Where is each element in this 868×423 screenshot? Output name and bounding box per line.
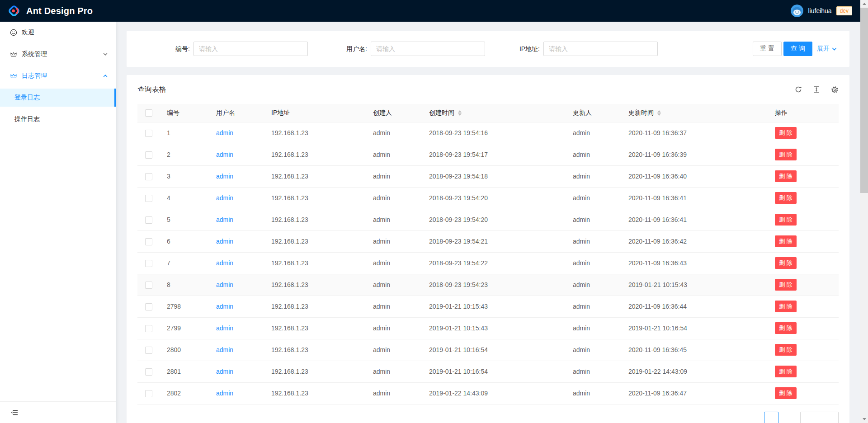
- cell-ip: 192.168.1.23: [264, 187, 366, 209]
- delete-button[interactable]: 删 除: [775, 170, 797, 182]
- username-link[interactable]: admin: [216, 173, 233, 180]
- user-menu[interactable]: liufeihua dev: [789, 0, 854, 22]
- delete-button[interactable]: 删 除: [775, 214, 797, 226]
- cell-creator: admin: [366, 382, 422, 404]
- page-scrollbar[interactable]: [860, 0, 868, 423]
- row-checkbox[interactable]: [145, 260, 152, 267]
- delete-button[interactable]: 删 除: [775, 366, 797, 377]
- username-link[interactable]: admin: [216, 281, 233, 288]
- delete-button[interactable]: 删 除: [775, 127, 797, 139]
- field-label-id: 编号:: [149, 42, 190, 56]
- user-name: liufeihua: [808, 7, 831, 14]
- sidebar-item-operation-log[interactable]: 操作日志: [0, 110, 116, 128]
- field-label-ip: IP地址:: [499, 42, 540, 56]
- cell-updated-time: 2020-11-09 16:36:44: [621, 296, 755, 317]
- username-link[interactable]: admin: [216, 324, 233, 332]
- reload-icon[interactable]: [795, 86, 802, 93]
- username-link[interactable]: admin: [216, 390, 233, 397]
- pagination-prev-button[interactable]: [746, 412, 760, 423]
- sidebar-item-welcome[interactable]: 欢迎: [0, 24, 116, 42]
- cell-created-time: 2018-09-23 19:54:16: [422, 122, 566, 144]
- username-link[interactable]: admin: [216, 216, 233, 223]
- cell-updater: admin: [566, 339, 621, 361]
- delete-button[interactable]: 删 除: [775, 387, 797, 399]
- delete-button[interactable]: 删 除: [775, 235, 797, 247]
- username-link[interactable]: admin: [216, 259, 233, 267]
- smile-icon: [10, 29, 17, 36]
- column-header-created-time[interactable]: 创建时间: [422, 104, 566, 122]
- page-size-select[interactable]: [800, 412, 839, 423]
- row-checkbox[interactable]: [145, 325, 152, 332]
- ip-input[interactable]: [543, 42, 658, 56]
- cell-updated-time: 2019-01-22 14:43:09: [621, 361, 755, 382]
- delete-button[interactable]: 删 除: [775, 322, 797, 334]
- cell-id: 2799: [160, 317, 209, 339]
- select-all-checkbox[interactable]: [145, 109, 152, 117]
- query-button[interactable]: 查 询: [783, 42, 812, 56]
- cell-ip: 192.168.1.23: [264, 230, 366, 252]
- cell-id: 4: [160, 187, 209, 209]
- cell-id: 6: [160, 230, 209, 252]
- username-link[interactable]: admin: [216, 151, 233, 158]
- row-checkbox[interactable]: [145, 238, 152, 245]
- table-title: 查询表格: [137, 85, 166, 94]
- row-checkbox[interactable]: [145, 151, 152, 159]
- cell-created-time: 2019-01-21 10:16:54: [422, 361, 566, 382]
- column-header-updated-time[interactable]: 更新时间: [621, 104, 755, 122]
- collapse-sidebar-icon[interactable]: [11, 409, 18, 416]
- table-row: 2 admin 192.168.1.23 admin 2018-09-23 19…: [137, 144, 839, 165]
- delete-button[interactable]: 删 除: [775, 192, 797, 204]
- expand-link[interactable]: 展开: [817, 42, 837, 56]
- delete-button[interactable]: 删 除: [775, 257, 797, 269]
- cell-ip: 192.168.1.23: [264, 361, 366, 382]
- username-link[interactable]: admin: [216, 346, 233, 353]
- cell-updater: admin: [566, 252, 621, 274]
- delete-button[interactable]: 删 除: [775, 344, 797, 356]
- row-checkbox[interactable]: [145, 216, 152, 224]
- cell-creator: admin: [366, 296, 422, 317]
- field-label-username: 用户名:: [326, 42, 367, 56]
- row-checkbox[interactable]: [145, 282, 152, 289]
- scroll-up-arrow-icon[interactable]: [860, 0, 868, 8]
- pagination-page-button[interactable]: [764, 412, 778, 423]
- delete-button[interactable]: 删 除: [775, 149, 797, 160]
- row-checkbox[interactable]: [145, 303, 152, 310]
- username-link[interactable]: admin: [216, 194, 233, 202]
- column-height-icon[interactable]: [813, 86, 820, 93]
- sidebar-item-log-management[interactable]: 日志管理: [0, 67, 116, 85]
- row-checkbox[interactable]: [145, 195, 152, 202]
- table-row: 2801 admin 192.168.1.23 admin 2019-01-21…: [137, 361, 839, 382]
- sort-carets-icon: [657, 110, 661, 116]
- query-table: 编号 用户名 IP地址 创建人 创建时间 更新人 更新时间: [137, 104, 839, 404]
- scroll-down-arrow-icon[interactable]: [860, 415, 868, 423]
- reset-button[interactable]: 重 置: [753, 42, 782, 56]
- sort-carets-icon: [458, 110, 462, 116]
- row-checkbox[interactable]: [145, 130, 152, 137]
- cell-ip: 192.168.1.23: [264, 382, 366, 404]
- column-header-username: 用户名: [209, 104, 264, 122]
- username-link[interactable]: admin: [216, 303, 233, 310]
- username-link[interactable]: admin: [216, 238, 233, 245]
- search-form: 编号: 用户名: IP地址: 重 置 查 询 展开: [127, 31, 849, 67]
- cell-created-time: 2018-09-23 19:54:22: [422, 252, 566, 274]
- pagination-next-button[interactable]: [782, 412, 797, 423]
- row-checkbox[interactable]: [145, 173, 152, 180]
- sidebar-item-login-log[interactable]: 登录日志: [0, 89, 116, 107]
- delete-button[interactable]: 删 除: [775, 279, 797, 291]
- column-header-ip: IP地址: [264, 104, 366, 122]
- row-checkbox[interactable]: [145, 368, 152, 376]
- sidebar-item-label: 欢迎: [22, 28, 34, 37]
- row-checkbox[interactable]: [145, 347, 152, 354]
- row-checkbox[interactable]: [145, 390, 152, 397]
- sidebar-item-system-management[interactable]: 系统管理: [0, 45, 116, 63]
- username-input[interactable]: [371, 42, 485, 56]
- username-link[interactable]: admin: [216, 368, 233, 375]
- table-toolbar: 查询表格: [127, 75, 849, 104]
- delete-button[interactable]: 删 除: [775, 301, 797, 312]
- scrollbar-thumb[interactable]: [860, 8, 868, 193]
- settings-icon[interactable]: [831, 86, 839, 94]
- app-logo[interactable]: Ant Design Pro: [7, 4, 93, 18]
- username-link[interactable]: admin: [216, 129, 233, 136]
- cell-creator: admin: [366, 361, 422, 382]
- id-input[interactable]: [193, 42, 308, 56]
